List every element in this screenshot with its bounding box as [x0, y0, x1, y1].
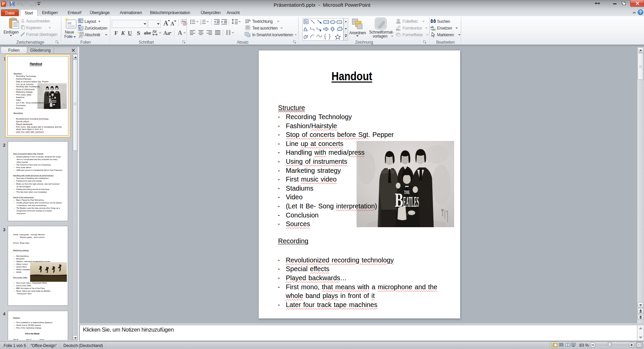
svg-text:A: A [249, 19, 251, 22]
svg-text:Aa: Aa [182, 20, 186, 23]
svg-text:ac: ac [432, 28, 436, 31]
svg-text:3: 3 [200, 23, 201, 24]
svg-text:EATLES: EATLES [403, 194, 419, 210]
svg-text:EATLES: EATLES [51, 99, 56, 104]
svg-text:B: B [395, 189, 403, 211]
svg-text:B: B [49, 98, 52, 104]
